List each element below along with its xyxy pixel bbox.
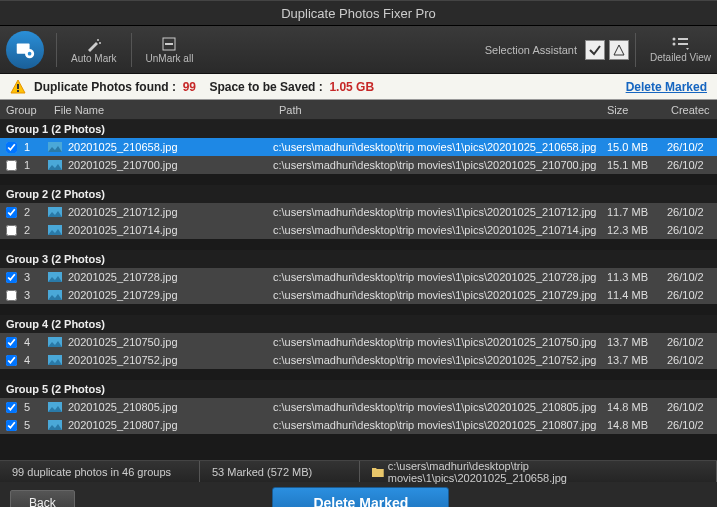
table-row[interactable]: 520201025_210805.jpgc:\users\madhuri\des… <box>0 398 717 416</box>
row-checkbox[interactable] <box>6 290 17 301</box>
row-filename: 20201025_210805.jpg <box>68 401 273 413</box>
col-size[interactable]: Size <box>607 104 667 116</box>
app-title: Duplicate Photos Fixer Pro <box>281 6 436 21</box>
table-row[interactable]: 320201025_210729.jpgc:\users\madhuri\des… <box>0 286 717 304</box>
row-date: 26/10/2 <box>667 354 717 366</box>
group-header[interactable]: Group 4 (2 Photos) <box>0 315 717 333</box>
svg-point-6 <box>672 38 675 41</box>
results-list[interactable]: Group 1 (2 Photos)120201025_210658.jpgc:… <box>0 120 717 460</box>
svg-point-3 <box>97 39 99 41</box>
svg-point-4 <box>99 42 101 44</box>
dup-count: 99 <box>183 80 196 94</box>
col-filename[interactable]: File Name <box>48 104 273 116</box>
separator <box>56 33 57 67</box>
status-bar: 99 duplicate photos in 46 groups 53 Mark… <box>0 460 717 482</box>
auto-mark-button[interactable]: Auto Mark <box>61 31 127 68</box>
table-row[interactable]: 520201025_210807.jpgc:\users\madhuri\des… <box>0 416 717 434</box>
thumbnail-icon <box>48 225 68 235</box>
column-headers: Group File Name Path Size Createc <box>0 100 717 120</box>
thumbnail-icon <box>48 160 68 170</box>
delete-marked-button[interactable]: Delete Marked <box>272 487 449 507</box>
row-path: c:\users\madhuri\desktop\trip movies\1\p… <box>273 224 607 236</box>
row-size: 15.1 MB <box>607 159 667 171</box>
row-group-num: 4 <box>22 354 48 366</box>
col-path[interactable]: Path <box>273 104 607 116</box>
thumbnail-icon <box>48 355 68 365</box>
thumbnail-icon <box>48 337 68 347</box>
title-bar: Duplicate Photos Fixer Pro <box>0 0 717 26</box>
row-size: 12.3 MB <box>607 224 667 236</box>
row-checkbox[interactable] <box>6 160 17 171</box>
status-path: c:\users\madhuri\desktop\trip movies\1\p… <box>360 461 717 482</box>
col-group[interactable]: Group <box>0 104 48 116</box>
row-date: 26/10/2 <box>667 206 717 218</box>
footer: Back Delete Marked <box>0 482 717 507</box>
group-header[interactable]: Group 5 (2 Photos) <box>0 380 717 398</box>
row-date: 26/10/2 <box>667 401 717 413</box>
row-filename: 20201025_210807.jpg <box>68 419 273 431</box>
row-path: c:\users\madhuri\desktop\trip movies\1\p… <box>273 206 607 218</box>
group-header[interactable]: Group 3 (2 Photos) <box>0 250 717 268</box>
row-path: c:\users\madhuri\desktop\trip movies\1\p… <box>273 271 607 283</box>
row-path: c:\users\madhuri\desktop\trip movies\1\p… <box>273 419 607 431</box>
table-row[interactable]: 120201025_210700.jpgc:\users\madhuri\des… <box>0 156 717 174</box>
svg-point-8 <box>672 43 675 46</box>
row-filename: 20201025_210658.jpg <box>68 141 273 153</box>
row-filename: 20201025_210752.jpg <box>68 354 273 366</box>
separator <box>635 33 636 67</box>
thumbnail-icon <box>48 142 68 152</box>
info-bar: Duplicate Photos found : 99 Space to be … <box>0 74 717 100</box>
row-date: 26/10/2 <box>667 289 717 301</box>
table-row[interactable]: 420201025_210750.jpgc:\users\madhuri\des… <box>0 333 717 351</box>
status-marked: 53 Marked (572 MB) <box>200 461 360 482</box>
row-filename: 20201025_210729.jpg <box>68 289 273 301</box>
row-checkbox[interactable] <box>6 225 17 236</box>
row-group-num: 1 <box>22 159 48 171</box>
row-group-num: 5 <box>22 419 48 431</box>
thumbnail-icon <box>48 290 68 300</box>
group-header[interactable]: Group 2 (2 Photos) <box>0 185 717 203</box>
selection-assist-button-2[interactable] <box>609 40 629 60</box>
row-checkbox[interactable] <box>6 337 17 348</box>
detailed-view-toggle[interactable]: Detailed View <box>650 36 711 63</box>
unmark-icon <box>161 35 177 53</box>
row-group-num: 1 <box>22 141 48 153</box>
row-filename: 20201025_210714.jpg <box>68 224 273 236</box>
svg-rect-9 <box>678 43 688 45</box>
group-gap <box>0 239 717 250</box>
row-checkbox[interactable] <box>6 420 17 431</box>
row-checkbox[interactable] <box>6 355 17 366</box>
row-path: c:\users\madhuri\desktop\trip movies\1\p… <box>273 141 607 153</box>
row-date: 26/10/2 <box>667 224 717 236</box>
selection-assist-button-1[interactable] <box>585 40 605 60</box>
thumbnail-icon <box>48 272 68 282</box>
row-size: 14.8 MB <box>607 401 667 413</box>
row-group-num: 3 <box>22 271 48 283</box>
magic-wand-icon <box>86 35 102 53</box>
row-date: 26/10/2 <box>667 419 717 431</box>
separator <box>131 33 132 67</box>
folder-icon <box>372 467 384 477</box>
row-checkbox[interactable] <box>6 142 17 153</box>
group-gap <box>0 369 717 380</box>
table-row[interactable]: 320201025_210728.jpgc:\users\madhuri\des… <box>0 268 717 286</box>
table-row[interactable]: 120201025_210658.jpgc:\users\madhuri\des… <box>0 138 717 156</box>
table-row[interactable]: 220201025_210714.jpgc:\users\madhuri\des… <box>0 221 717 239</box>
row-date: 26/10/2 <box>667 271 717 283</box>
space-label: Space to be Saved : <box>209 80 322 94</box>
selection-assistant-label: Selection Assistant <box>485 44 577 56</box>
table-row[interactable]: 220201025_210712.jpgc:\users\madhuri\des… <box>0 203 717 221</box>
toolbar: Auto Mark UnMark all Selection Assistant… <box>0 26 717 74</box>
delete-marked-link[interactable]: Delete Marked <box>626 80 707 94</box>
back-button[interactable]: Back <box>10 490 75 507</box>
group-gap <box>0 304 717 315</box>
table-row[interactable]: 420201025_210752.jpgc:\users\madhuri\des… <box>0 351 717 369</box>
row-checkbox[interactable] <box>6 272 17 283</box>
group-header[interactable]: Group 1 (2 Photos) <box>0 120 717 138</box>
unmark-all-button[interactable]: UnMark all <box>136 31 204 68</box>
group-gap <box>0 174 717 185</box>
col-created[interactable]: Createc <box>667 104 717 116</box>
row-checkbox[interactable] <box>6 402 17 413</box>
row-checkbox[interactable] <box>6 207 17 218</box>
row-group-num: 4 <box>22 336 48 348</box>
